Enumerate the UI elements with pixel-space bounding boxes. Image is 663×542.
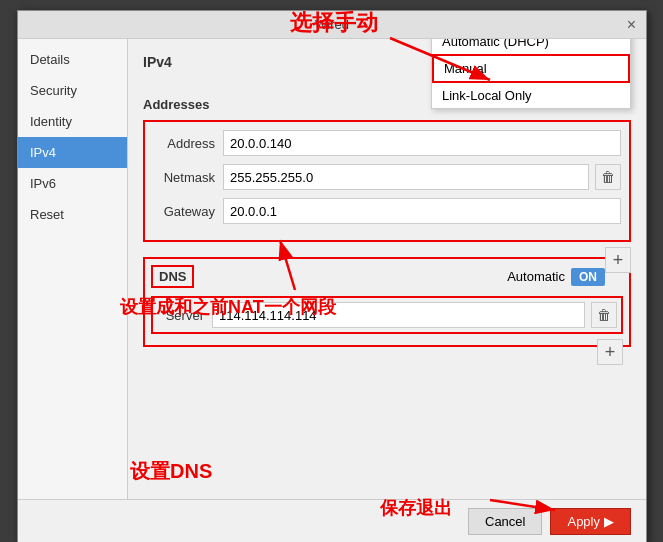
ipv4-header: IPv4 Manual Automatic (DHCP) Manual Link… bbox=[143, 54, 631, 85]
sidebar-item-identity[interactable]: Identity bbox=[18, 106, 127, 137]
apply-button[interactable]: Apply ▶ bbox=[550, 508, 631, 535]
sidebar-item-details[interactable]: Details bbox=[18, 44, 127, 75]
address-input[interactable] bbox=[223, 130, 621, 156]
netmask-label: Netmask bbox=[153, 170, 223, 185]
main-window: Wired × Details Security Identity IPv4 I… bbox=[17, 10, 647, 542]
sidebar: Details Security Identity IPv4 IPv6 Rese… bbox=[18, 39, 128, 499]
dropdown-item-manual[interactable]: Manual bbox=[432, 54, 630, 83]
delete-dns-button[interactable]: 🗑 bbox=[591, 302, 617, 328]
automatic-label: Automatic bbox=[507, 269, 565, 284]
method-dropdown: Automatic (DHCP) Manual Link-Local Only bbox=[431, 39, 631, 109]
footer: Cancel Apply ▶ bbox=[18, 499, 646, 542]
addresses-group: Addresses Address Netmask 🗑 bbox=[143, 97, 631, 242]
apply-label: Apply bbox=[567, 514, 600, 529]
main-panel: IPv4 Manual Automatic (DHCP) Manual Link… bbox=[128, 39, 646, 499]
dns-header: DNS Automatic ON bbox=[151, 265, 605, 288]
dns-server-row: Server 🗑 bbox=[151, 296, 623, 334]
content-area: Details Security Identity IPv4 IPv6 Rese… bbox=[18, 39, 646, 499]
dropdown-item-dhcp[interactable]: Automatic (DHCP) bbox=[432, 39, 630, 54]
titlebar: Wired × bbox=[18, 11, 646, 39]
gateway-label: Gateway bbox=[153, 204, 223, 219]
dns-label: DNS bbox=[151, 265, 194, 288]
netmask-input[interactable] bbox=[223, 164, 589, 190]
sidebar-item-ipv6[interactable]: IPv6 bbox=[18, 168, 127, 199]
server-input[interactable] bbox=[212, 302, 585, 328]
sidebar-item-ipv4[interactable]: IPv4 bbox=[18, 137, 127, 168]
dropdown-item-link-local[interactable]: Link-Local Only bbox=[432, 83, 630, 108]
add-dns-button[interactable]: + bbox=[597, 339, 623, 365]
gateway-row: Gateway bbox=[153, 198, 621, 224]
addresses-box: Address Netmask 🗑 Gateway bbox=[143, 120, 631, 242]
dns-section: DNS Automatic ON Server 🗑 + bbox=[143, 257, 631, 347]
server-label: Server bbox=[157, 308, 212, 323]
toggle-on[interactable]: ON bbox=[571, 268, 605, 286]
sidebar-item-reset[interactable]: Reset bbox=[18, 199, 127, 230]
gateway-input[interactable] bbox=[223, 198, 621, 224]
add-address-button[interactable]: + bbox=[605, 247, 631, 273]
apply-arrow-icon: ▶ bbox=[604, 514, 614, 529]
delete-row-button[interactable]: 🗑 bbox=[595, 164, 621, 190]
netmask-row: Netmask 🗑 bbox=[153, 164, 621, 190]
cancel-button[interactable]: Cancel bbox=[468, 508, 542, 535]
method-container: Manual Automatic (DHCP) Manual Link-Loca… bbox=[564, 58, 631, 81]
address-label: Address bbox=[153, 136, 223, 151]
address-row: Address bbox=[153, 130, 621, 156]
dns-auto-container: Automatic ON bbox=[507, 268, 605, 286]
section-title: IPv4 bbox=[143, 54, 172, 70]
close-button[interactable]: × bbox=[627, 17, 636, 33]
sidebar-item-security[interactable]: Security bbox=[18, 75, 127, 106]
window-title: Wired bbox=[315, 17, 349, 32]
